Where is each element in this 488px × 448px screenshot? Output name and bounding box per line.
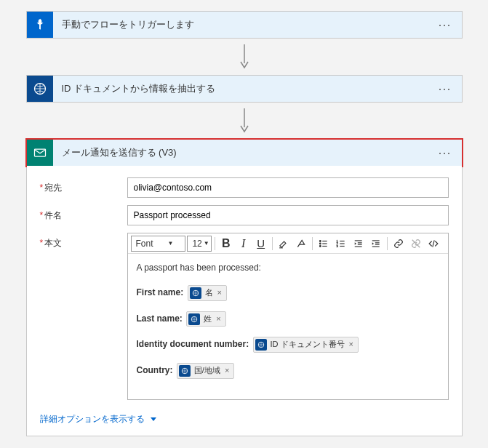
token-remove-icon[interactable]: × — [216, 313, 220, 326]
link-button[interactable] — [391, 236, 407, 252]
bullet-list-button[interactable] — [316, 236, 332, 252]
token-remove-icon[interactable]: × — [349, 338, 353, 351]
step-extract[interactable]: ID ドキュメントから情報を抽出する ··· — [26, 75, 463, 103]
step-trigger-more[interactable]: ··· — [428, 17, 461, 33]
color-button[interactable] — [293, 236, 309, 252]
body-country-label: Country: — [137, 365, 173, 375]
font-select[interactable]: Font — [131, 236, 186, 252]
body-docnum-label: Identity document number: — [137, 339, 249, 349]
svg-point-7 — [319, 243, 321, 244]
step-mail-title: メール通知を送信する (V3) — [53, 146, 428, 159]
svg-text:3: 3 — [336, 244, 338, 247]
step-mail: メール通知を送信する (V3) ··· 宛先 件名 本文 Font 12 — [26, 139, 463, 436]
step-trigger[interactable]: 手動でフローをトリガーします ··· — [26, 11, 463, 39]
cognitive-token-icon — [255, 339, 267, 351]
code-view-button[interactable] — [425, 236, 441, 252]
cognitive-token-icon — [188, 313, 200, 325]
svg-point-0 — [38, 20, 41, 23]
svg-point-9 — [319, 245, 321, 247]
editor-content[interactable]: A passport has been processed: First nam… — [128, 254, 448, 399]
token-docnum[interactable]: ID ドキュメント番号 × — [253, 337, 359, 353]
italic-button[interactable]: I — [236, 236, 252, 252]
editor-toolbar: Font 12 B I U 123 — [128, 233, 448, 254]
cognitive-icon — [27, 76, 53, 102]
connector-arrow-2 — [0, 108, 488, 133]
label-to: 宛先 — [40, 177, 127, 194]
step-trigger-title: 手動でフローをトリガーします — [53, 18, 428, 31]
token-firstname[interactable]: 名 × — [188, 285, 227, 301]
unlink-button[interactable] — [408, 236, 424, 252]
advanced-options-link[interactable]: 詳細オプションを表示する — [40, 413, 156, 425]
token-remove-icon[interactable]: × — [217, 287, 222, 300]
step-extract-more[interactable]: ··· — [428, 81, 461, 97]
input-to[interactable] — [127, 177, 449, 198]
body-firstname-label: First name: — [137, 287, 184, 297]
indent-button[interactable] — [368, 236, 384, 252]
cognitive-token-icon — [190, 287, 201, 299]
trigger-icon — [27, 12, 53, 38]
body-lastname-label: Last name: — [137, 313, 183, 324]
svg-point-5 — [319, 240, 321, 241]
number-list-button[interactable]: 123 — [333, 236, 349, 252]
mail-icon — [27, 140, 53, 166]
connector-arrow-1 — [0, 44, 488, 69]
rich-editor: Font 12 B I U 123 — [127, 233, 449, 400]
outdent-button[interactable] — [351, 236, 367, 252]
input-subject[interactable] — [127, 205, 449, 225]
token-lastname[interactable]: 姓 × — [186, 311, 225, 327]
underline-button[interactable]: U — [253, 236, 269, 252]
bold-button[interactable]: B — [218, 236, 234, 252]
token-country[interactable]: 国/地域 × — [177, 363, 235, 379]
body-intro: A passport has been processed: — [137, 261, 439, 275]
step-extract-title: ID ドキュメントから情報を抽出する — [53, 82, 428, 95]
highlight-button[interactable] — [276, 236, 292, 252]
cognitive-token-icon — [179, 365, 191, 377]
label-subject: 件名 — [40, 205, 127, 222]
step-mail-header[interactable]: メール通知を送信する (V3) ··· — [27, 140, 462, 166]
step-mail-more[interactable]: ··· — [428, 145, 461, 161]
token-remove-icon[interactable]: × — [225, 364, 229, 377]
svg-rect-4 — [34, 149, 45, 156]
label-body: 本文 — [40, 233, 127, 249]
size-select[interactable]: 12 — [187, 236, 211, 252]
